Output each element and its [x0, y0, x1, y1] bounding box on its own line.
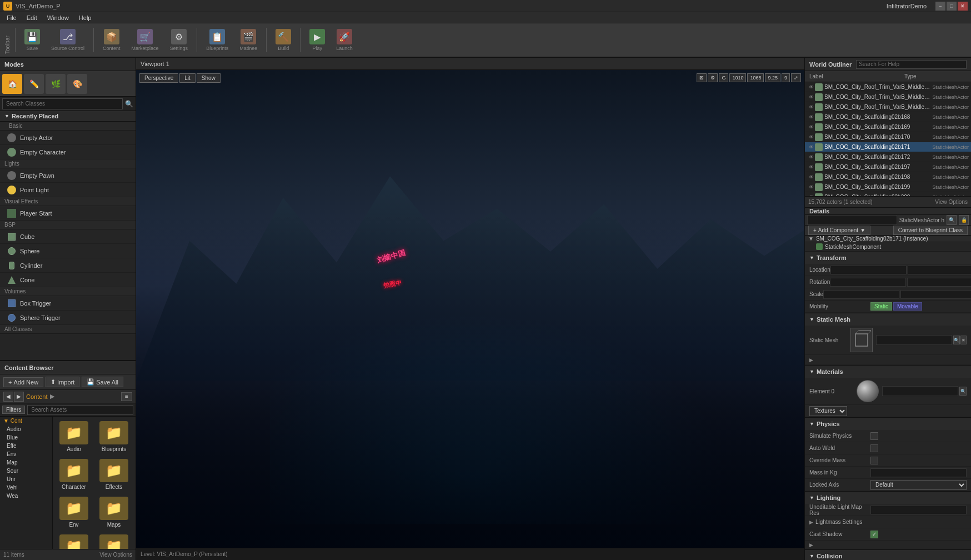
- folder-maps[interactable]: 📁 Maps: [95, 494, 133, 530]
- folder-effects[interactable]: 📁 Effects: [95, 457, 133, 492]
- point-light-item[interactable]: Point Light +: [0, 183, 136, 197]
- box-trigger-item[interactable]: Box Trigger +: [0, 296, 136, 311]
- textures-select[interactable]: Textures: [809, 406, 847, 416]
- vp-ctrl-2[interactable]: ⚙: [708, 73, 718, 82]
- folder-audio[interactable]: 📁 Audio: [55, 419, 93, 454]
- matinee-button[interactable]: 🎬 Matinee: [235, 27, 262, 53]
- mode-landscape-icon[interactable]: 🌿: [46, 74, 66, 94]
- wo-item-10[interactable]: 👁 SM_COG_City_Scaffolding02b199 StaticMe…: [805, 182, 971, 192]
- menu-help[interactable]: Help: [74, 13, 96, 22]
- cb-forward-button[interactable]: ▶: [14, 392, 24, 402]
- cb-tree-cont[interactable]: ▼ Cont: [0, 417, 52, 425]
- dp-actor-name-input[interactable]: SM_COG_City_Scaffolding02b171: [807, 215, 897, 225]
- cb-tree-map[interactable]: Map: [0, 458, 52, 467]
- settings-button[interactable]: ⚙ Settings: [166, 27, 193, 53]
- location-x-input[interactable]: 46175.95703: [830, 266, 907, 274]
- folder-sounds[interactable]: 📁 Sounds: [55, 532, 93, 549]
- empty-actor-item[interactable]: Empty Actor +: [0, 131, 136, 145]
- cb-tree-audio[interactable]: Audio: [0, 425, 52, 433]
- content-button[interactable]: 📦 Content: [98, 27, 125, 53]
- auto-weld-checkbox[interactable]: [870, 444, 878, 452]
- movable-button[interactable]: Movable: [893, 302, 922, 311]
- cb-tree-env[interactable]: Env: [0, 450, 52, 458]
- volumes-section-header[interactable]: Volumes: [0, 287, 136, 296]
- mode-placement-icon[interactable]: 🏠: [2, 74, 22, 94]
- lightmass-row[interactable]: ▶ Lightmass Settings: [805, 516, 971, 528]
- bsp-section-header[interactable]: BSP: [0, 221, 136, 229]
- physics-section-header[interactable]: ▼ Physics: [805, 418, 971, 430]
- recently-placed-header[interactable]: ▼ Recently Placed: [0, 111, 136, 122]
- cb-tree-vehicles[interactable]: Vehi: [0, 483, 52, 492]
- rotation-y-input[interactable]: 0.0: [907, 278, 971, 287]
- vp-ctrl-3[interactable]: G: [719, 73, 728, 82]
- cb-tree-unreal[interactable]: Unr: [0, 475, 52, 483]
- launch-button[interactable]: 🚀 Launch: [332, 27, 357, 53]
- cube-item[interactable]: Cube +: [0, 229, 136, 244]
- wo-item-8[interactable]: 👁 SM_COG_City_Scaffolding02b197 StaticMe…: [805, 162, 971, 172]
- import-button[interactable]: ⬆ Import: [46, 377, 79, 387]
- lighting-expand-row[interactable]: ▶: [805, 541, 971, 549]
- folder-blueprints[interactable]: 📁 Blueprints: [95, 419, 133, 454]
- blueprints-button[interactable]: 📋 Blueprints: [202, 27, 233, 53]
- vp-maximize-button[interactable]: ⤢: [791, 73, 801, 82]
- cylinder-item[interactable]: Cylinder +: [0, 258, 136, 273]
- folder-character[interactable]: 📁 Character: [55, 457, 93, 492]
- cb-tree-effects[interactable]: Effe: [0, 442, 52, 450]
- static-button[interactable]: Static: [870, 302, 892, 311]
- add-new-button[interactable]: + Add New: [3, 377, 43, 387]
- wo-item-11[interactable]: 👁 SM_COG_City_Scaffolding02b200 StaticMe…: [805, 192, 971, 196]
- wo-search-input[interactable]: [856, 60, 967, 69]
- play-button[interactable]: ▶ Play: [305, 27, 329, 53]
- simulate-checkbox[interactable]: [870, 432, 878, 440]
- lit-button[interactable]: Lit: [179, 73, 196, 83]
- wo-item-1[interactable]: 👁 SM_COG_City_Roof_Trim_VarB_Middle420 S…: [805, 92, 971, 102]
- minimize-button[interactable]: −: [935, 2, 945, 11]
- save-all-button[interactable]: 💾 Save All: [82, 377, 123, 387]
- search-classes-input[interactable]: [2, 98, 123, 109]
- mesh-expand-row[interactable]: ▶: [805, 355, 971, 365]
- transform-section-header[interactable]: ▼ Transform: [805, 252, 971, 264]
- wo-item-4[interactable]: 👁 SM_COG_City_Scaffolding02b169 StaticMe…: [805, 122, 971, 132]
- mode-foliage-icon[interactable]: 🎨: [67, 74, 87, 94]
- menu-window[interactable]: Window: [43, 13, 73, 22]
- lightmap-input[interactable]: [870, 506, 967, 514]
- perspective-button[interactable]: Perspective: [139, 73, 178, 83]
- wo-item-5[interactable]: 👁 SM_COG_City_Scaffolding02b170 StaticMe…: [805, 132, 971, 142]
- marketplace-button[interactable]: 🛒 Marketplace: [127, 27, 163, 53]
- lights-section-header[interactable]: Lights: [0, 159, 136, 168]
- override-mass-checkbox[interactable]: [870, 457, 878, 464]
- visual-effects-header[interactable]: Visual Effects: [0, 197, 136, 206]
- locked-axis-select[interactable]: Default: [870, 480, 967, 490]
- viewport[interactable]: Perspective Lit Show ⊠ ⚙ G 1010 1065 9.2…: [136, 70, 804, 548]
- mesh-clear-button[interactable]: ✕: [960, 336, 967, 344]
- cb-tree-blueprints[interactable]: Blue: [0, 433, 52, 442]
- wo-item-6[interactable]: 👁 SM_COG_City_Scaffolding02b171 StaticMe…: [805, 142, 971, 152]
- save-button[interactable]: 💾 Save: [20, 27, 44, 53]
- cb-options-button[interactable]: ≡: [121, 392, 132, 401]
- materials-section-header[interactable]: ▼ Materials: [805, 366, 971, 378]
- material-find-button[interactable]: 🔍: [959, 387, 967, 396]
- component-tree-item-0[interactable]: StaticMeshComponent: [805, 242, 971, 252]
- sphere-trigger-item[interactable]: Sphere Trigger +: [0, 311, 136, 325]
- maximize-button[interactable]: □: [947, 2, 957, 11]
- wo-item-3[interactable]: 👁 SM_COG_City_Scaffolding02b168 StaticMe…: [805, 112, 971, 122]
- dp-instance-row[interactable]: ▼ SM_COG_City_Scaffolding02b171 (Instanc…: [805, 236, 971, 242]
- collision-section-header[interactable]: ▼ Collision: [805, 550, 971, 560]
- rotation-x-input[interactable]: 0.0: [830, 278, 906, 287]
- empty-character-item[interactable]: Empty Character +: [0, 145, 136, 159]
- cast-shadow-checkbox[interactable]: ✓: [870, 531, 878, 538]
- wo-item-0[interactable]: 👁 SM_COG_City_Roof_Trim_VarB_Middle419 S…: [805, 82, 971, 92]
- mass-input[interactable]: [870, 468, 967, 477]
- source-control-button[interactable]: ⎇ Source Control: [47, 27, 89, 53]
- folder-unsorted[interactable]: 📁 Unsorted: [95, 532, 133, 549]
- dp-lock-button[interactable]: 🔒: [959, 215, 969, 225]
- folder-env[interactable]: 📁 Env: [55, 494, 93, 530]
- cb-tree-sounds[interactable]: Sour: [0, 467, 52, 475]
- material-value-input[interactable]: M_Infilt_Metal_Base_Dark...: [882, 386, 958, 396]
- scale-x-input[interactable]: 2.0: [823, 290, 899, 299]
- mode-paint-icon[interactable]: ✏️: [24, 74, 44, 94]
- scale-y-input[interactable]: 2.0: [900, 290, 971, 299]
- static-mesh-section-header[interactable]: ▼ Static Mesh: [805, 313, 971, 326]
- wo-item-7[interactable]: 👁 SM_COG_City_Scaffolding02b172 StaticMe…: [805, 152, 971, 162]
- search-assets-input[interactable]: [27, 405, 133, 415]
